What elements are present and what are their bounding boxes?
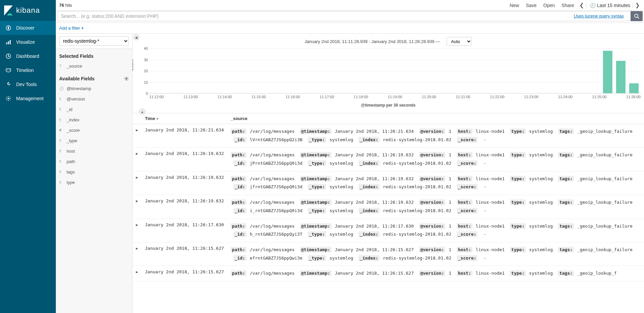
- svg-point-9: [9, 70, 10, 70]
- time-next-button[interactable]: ❯: [633, 2, 641, 8]
- expand-row-button[interactable]: ▸: [132, 171, 142, 195]
- nav-item-discover[interactable]: Discover: [0, 21, 56, 35]
- x-tick: 11:25:00: [592, 95, 607, 99]
- add-filter-button[interactable]: Add a filter +: [59, 26, 84, 31]
- logo-text: kibana: [16, 6, 40, 15]
- doc-time: January 2nd 2018, 11:26:15.627: [142, 266, 227, 281]
- time-column-header[interactable]: Time▼: [142, 113, 227, 124]
- svg-point-19: [635, 14, 638, 17]
- available-fields-header: Available Fields: [56, 71, 132, 83]
- svg-point-8: [7, 70, 8, 70]
- nav-sidebar: kibana DiscoverVisualizeDashboardTimelio…: [0, 0, 56, 313]
- x-tick: 11:15:00: [252, 95, 266, 99]
- sort-desc-icon: ▼: [156, 117, 159, 121]
- table-row: ▸January 2nd 2018, 11:26:15.627path: /va…: [132, 266, 644, 281]
- svg-point-10: [8, 98, 9, 100]
- histogram-bar[interactable]: [603, 51, 612, 93]
- svg-line-16: [9, 100, 10, 100]
- nav-item-management[interactable]: Management: [0, 91, 56, 106]
- open-button[interactable]: Open: [540, 3, 558, 8]
- table-row: ▸January 2nd 2018, 11:26:19.632path: /va…: [132, 195, 644, 219]
- field-name: @version: [67, 96, 85, 102]
- save-button[interactable]: Save: [523, 3, 540, 8]
- histogram-chart: January 2nd 2018, 11:11:28.939 - January…: [132, 34, 644, 113]
- histogram-bar[interactable]: [616, 61, 626, 93]
- new-button[interactable]: New: [506, 3, 523, 8]
- svg-rect-3: [10, 40, 11, 44]
- time-picker[interactable]: 🕘 Last 15 minutes: [586, 3, 633, 8]
- lucene-syntax-link[interactable]: Uses lucene query syntax: [574, 13, 624, 18]
- svg-line-17: [7, 100, 7, 100]
- x-tick: 11:24:00: [558, 95, 573, 99]
- index-pattern-select[interactable]: redis-systemlog-*: [59, 36, 129, 46]
- search-input[interactable]: [57, 11, 631, 21]
- field-item-host[interactable]: thost: [56, 146, 132, 156]
- field-item-tags[interactable]: ttags: [56, 167, 132, 177]
- results-area: ◀ January 2nd 2018, 11:11:28.939 - Janua…: [132, 34, 644, 313]
- topbar: 76 hits New Save Open Share ❮ 🕘 Last 15 …: [56, 0, 644, 11]
- collapse-chart-button[interactable]: ▲: [139, 109, 145, 115]
- table-row: ▸January 2nd 2018, 11:26:19.632path: /va…: [132, 171, 644, 195]
- field-item-type[interactable]: ttype: [56, 177, 132, 188]
- field-item-_score[interactable]: #_score: [56, 125, 132, 135]
- nav-label: Discover: [16, 25, 34, 31]
- clock-icon: 🕘: [590, 3, 596, 8]
- expand-row-button[interactable]: ▸: [132, 242, 142, 266]
- search-button[interactable]: [631, 11, 643, 21]
- doc-source: path: /var/log/messages @timestamp: Janu…: [227, 195, 644, 219]
- doc-source: path: /var/log/messages @timestamp: Janu…: [227, 219, 644, 242]
- plus-icon: +: [81, 26, 84, 31]
- nav-item-timelion[interactable]: Timelion: [0, 63, 56, 77]
- x-tick: 11:12:00: [149, 95, 164, 99]
- field-item-_type[interactable]: t_type: [56, 135, 132, 146]
- x-tick: 11:17:00: [319, 95, 334, 99]
- field-item-_index[interactable]: t_index: [56, 115, 132, 125]
- y-tick: 0: [146, 91, 148, 95]
- chart-time-range: January 2nd 2018, 11:11:28.939 - January…: [305, 39, 440, 44]
- field-type-icon: t: [59, 118, 64, 122]
- field-type-icon: t: [59, 107, 64, 112]
- field-item-@timestamp[interactable]: 🕘@timestamp: [56, 83, 132, 94]
- expand-row-button[interactable]: ▸: [132, 195, 142, 219]
- field-name: _source: [67, 64, 82, 69]
- x-tick: 11:22:00: [490, 95, 504, 99]
- interval-select[interactable]: Auto: [447, 37, 472, 46]
- field-type-icon: t: [59, 159, 64, 164]
- nav-item-dev-tools[interactable]: Dev Tools: [0, 77, 56, 91]
- svg-line-20: [638, 17, 639, 18]
- table-row: ▸January 2nd 2018, 11:26:17.630path: /va…: [132, 219, 644, 242]
- x-tick: 11:13:00: [183, 95, 198, 99]
- kibana-logo-icon: [3, 5, 14, 16]
- x-tick: 11:18:00: [354, 95, 368, 99]
- logo[interactable]: kibana: [0, 0, 56, 21]
- doc-time: January 2nd 2018, 11:26:15.627: [142, 242, 227, 266]
- doc-source: path: /var/log/messages @timestamp: Janu…: [227, 242, 644, 266]
- expand-row-button[interactable]: ▸: [132, 219, 142, 242]
- expand-row-button[interactable]: ▸: [132, 124, 142, 148]
- fields-panel: redis-systemlog-* Selected Fields ?_sour…: [56, 34, 132, 313]
- histogram-bar[interactable]: [629, 83, 639, 93]
- x-tick: 11:14:00: [218, 95, 232, 99]
- field-item-path[interactable]: tpath: [56, 156, 132, 167]
- nav-item-visualize[interactable]: Visualize: [0, 35, 56, 49]
- discover-icon: [5, 24, 12, 32]
- documents-table: Time▼ _source ▸January 2nd 2018, 11:26:2…: [132, 113, 644, 281]
- field-name: host: [67, 149, 75, 154]
- time-prev-button[interactable]: ❮: [577, 2, 585, 8]
- field-item-_id[interactable]: t_id: [56, 104, 132, 115]
- nav-item-dashboard[interactable]: Dashboard: [0, 49, 56, 63]
- gear-icon[interactable]: [124, 76, 129, 81]
- x-tick: 11:26:00: [626, 95, 641, 99]
- source-column-header[interactable]: _source: [227, 113, 644, 124]
- expand-row-button[interactable]: ▸: [132, 148, 142, 171]
- filter-bar: Add a filter +: [56, 23, 644, 34]
- management-icon: [5, 95, 12, 102]
- expand-row-button[interactable]: ▸: [132, 266, 142, 281]
- search-icon: [634, 13, 639, 19]
- field-item-_source[interactable]: ?_source: [56, 61, 132, 71]
- svg-line-15: [7, 97, 7, 97]
- svg-rect-2: [8, 41, 9, 44]
- search-bar: Uses lucene query syntax: [56, 11, 644, 23]
- field-item-@version[interactable]: t@version: [56, 94, 132, 104]
- share-button[interactable]: Share: [558, 3, 577, 8]
